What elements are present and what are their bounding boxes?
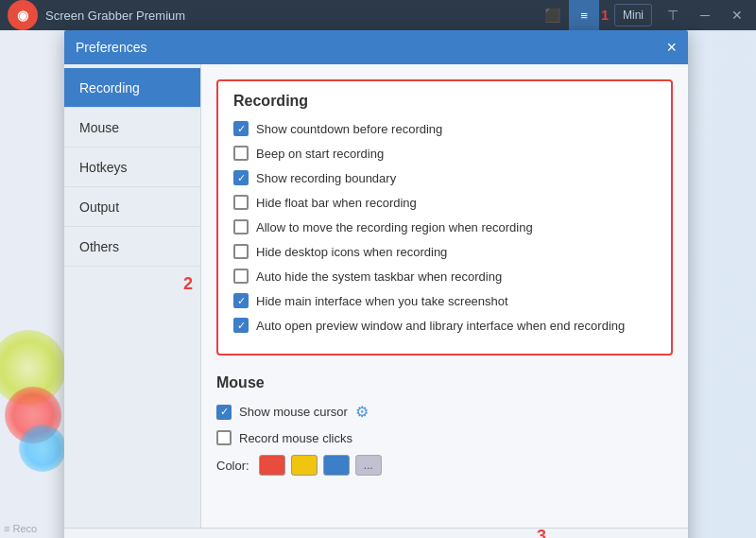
title-controls: ⬛ ≡ 1 Mini ⊤ ─ ✕ [537,0,756,30]
minimize-button[interactable]: ─ [690,0,720,30]
color-row: Color: ... [216,455,673,476]
num-label-3: 3 [537,527,546,538]
mouse-record-clicks-row: Record mouse clicks [216,430,673,445]
menu-button[interactable]: ≡ [569,0,599,30]
close-window-button[interactable]: ✕ [722,0,752,30]
recording-option-6: Auto hide the system taskbar when record… [233,269,656,284]
prefs-footer: Reset to Default 3 OK Cancel [64,528,688,538]
recording-option-8: Auto open preview window and library int… [233,318,656,333]
prefs-header: Preferences × [64,30,688,64]
checkbox-show-boundary[interactable] [233,170,249,185]
subtitles-button[interactable]: ⬛ [537,0,567,30]
prefs-main-content: Recording Show countdown before recordin… [201,64,688,528]
checkbox-show-countdown[interactable] [233,121,249,136]
recording-option-3: Hide float bar when recording [233,195,656,210]
title-bar: ◉ Screen Grabber Premium ⬛ ≡ 1 Mini ⊤ ─ … [0,0,756,30]
num-label-1: 1 [601,8,609,23]
recording-option-0: Show countdown before recording [233,121,656,136]
color-swatch-red[interactable] [259,455,285,476]
mini-button[interactable]: Mini [614,4,652,26]
mouse-section-title: Mouse [216,374,673,391]
preferences-window: Preferences × Recording Mouse Hotkeys Ou… [64,30,688,538]
app-title: Screen Grabber Premium [45,9,537,23]
color-more-button[interactable]: ... [355,455,382,476]
sidebar-item-mouse[interactable]: Mouse [64,108,200,148]
app-icon: ◉ [8,0,38,30]
sidebar-item-others[interactable]: Others [64,227,200,267]
prefs-close-button[interactable]: × [666,39,677,56]
checkbox-hide-desktop-icons[interactable] [233,244,249,259]
pin-button[interactable]: ⊤ [658,0,688,30]
prefs-body: Recording Mouse Hotkeys Output Others 2 [64,64,688,528]
num-label-2: 2 [183,274,193,294]
checkbox-hide-float-bar[interactable] [233,195,249,210]
prefs-sidebar: Recording Mouse Hotkeys Output Others 2 [64,64,201,528]
color-label: Color: [216,459,249,473]
sidebar-item-hotkeys[interactable]: Hotkeys [64,148,200,187]
recording-option-4: Allow to move the recording region when … [233,219,656,234]
side-strip: ≡ Reco [0,30,64,538]
color-swatch-yellow[interactable] [291,455,318,476]
mouse-show-cursor-row: Show mouse cursor ⚙ [216,403,673,421]
checkbox-show-cursor[interactable] [216,405,232,420]
checkbox-hide-main-interface[interactable] [233,293,249,308]
checkbox-hide-taskbar[interactable] [233,269,249,284]
sidebar-item-output[interactable]: Output [64,187,200,227]
checkbox-allow-move[interactable] [233,219,249,234]
color-swatch-blue[interactable] [323,455,350,476]
recording-section: Recording Show countdown before recordin… [216,79,673,356]
recording-option-1: Beep on start recording [233,146,656,161]
gear-icon[interactable]: ⚙ [355,403,369,421]
recording-option-2: Show recording boundary [233,170,656,185]
checkbox-record-clicks[interactable] [216,430,232,445]
checkbox-beep-start[interactable] [233,146,249,161]
recording-section-title: Recording [233,93,656,110]
recording-option-7: Hide main interface when you take screen… [233,293,656,308]
mouse-section: Mouse Show mouse cursor ⚙ Record mouse c… [216,371,673,479]
prefs-title: Preferences [76,40,146,55]
sidebar-item-recording[interactable]: Recording [64,68,200,108]
recording-option-5: Hide desktop icons when recording [233,244,656,259]
checkbox-auto-open-preview[interactable] [233,318,249,333]
